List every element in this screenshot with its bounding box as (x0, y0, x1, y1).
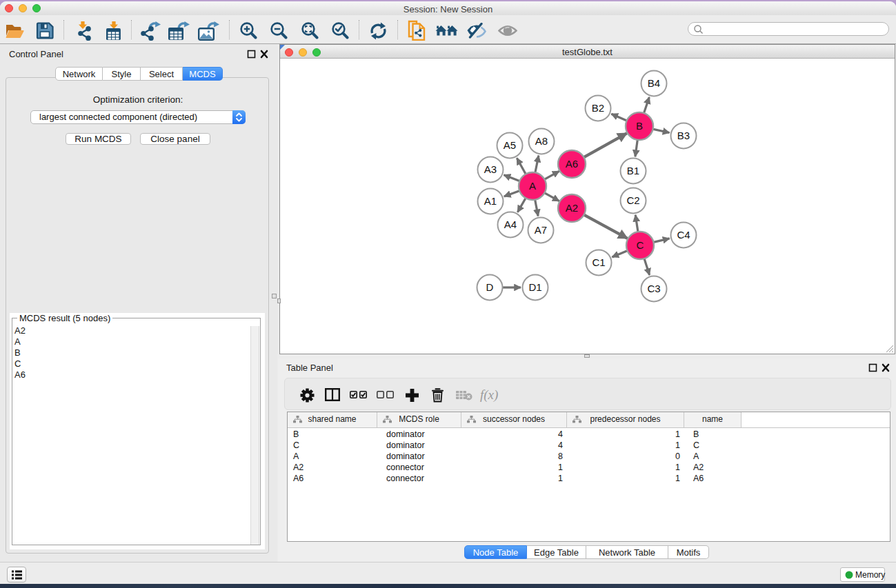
svg-text:B4: B4 (648, 77, 660, 89)
svg-text:A4: A4 (504, 219, 517, 230)
svg-text:C: C (637, 239, 644, 251)
svg-text:A6: A6 (566, 158, 578, 170)
svg-text:D1: D1 (528, 281, 541, 293)
svg-text:C3: C3 (647, 283, 660, 294)
svg-text:A7: A7 (535, 224, 547, 236)
svg-text:A3: A3 (484, 163, 497, 175)
svg-text:D: D (486, 281, 494, 293)
svg-text:B2: B2 (592, 102, 604, 114)
svg-text:A: A (529, 180, 536, 192)
svg-text:B1: B1 (627, 165, 639, 176)
svg-text:A5: A5 (504, 139, 516, 151)
svg-text:C2: C2 (626, 194, 639, 206)
svg-text:A1: A1 (484, 195, 497, 207)
svg-text:B: B (636, 120, 643, 132)
svg-text:A2: A2 (566, 202, 578, 214)
svg-text:C1: C1 (592, 256, 605, 268)
svg-text:B3: B3 (677, 130, 690, 141)
svg-text:C4: C4 (677, 229, 690, 241)
svg-text:A8: A8 (535, 135, 548, 147)
